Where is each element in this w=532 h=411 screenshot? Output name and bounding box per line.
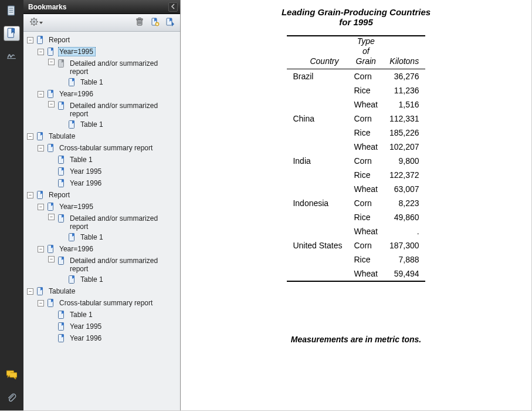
- bookmark-label: Year=1995: [58, 202, 96, 211]
- new-bookmark-button[interactable]: [148, 16, 161, 29]
- bookmark-doc-icon: [67, 78, 77, 87]
- comments-tab-button[interactable]: [4, 367, 20, 382]
- bookmark-doc-icon: [57, 214, 66, 223]
- tree-toggle-spacer: [48, 180, 55, 187]
- tree-toggle[interactable]: −: [38, 246, 44, 252]
- cell-kilotons: 7,888: [384, 252, 425, 267]
- bookmark-doc-icon: [46, 244, 56, 254]
- bookmark-node[interactable]: −Tabulate: [27, 285, 179, 297]
- cell-country: [287, 210, 348, 224]
- bookmark-node[interactable]: Year 1996: [27, 177, 179, 189]
- bookmark-node[interactable]: −Year=1996: [27, 88, 179, 100]
- cell-grain: Wheat: [348, 267, 383, 281]
- bookmark-view-button[interactable]: [164, 16, 177, 29]
- signature-tab-button[interactable]: [4, 48, 20, 63]
- cell-grain: Wheat: [348, 140, 383, 154]
- table-row: Wheat59,494: [287, 267, 425, 281]
- bookmark-node[interactable]: Year 1996: [27, 332, 179, 344]
- bookmark-node[interactable]: −Year=1995: [27, 46, 179, 58]
- table-row: Wheat.: [287, 224, 425, 238]
- cell-grain: Corn: [348, 112, 383, 126]
- bookmark-label: Report: [48, 190, 72, 200]
- tree-toggle[interactable]: −: [27, 192, 33, 198]
- attachments-tab-button[interactable]: [4, 390, 20, 406]
- table-row: Wheat63,007: [287, 182, 425, 196]
- tree-toggle[interactable]: −: [38, 204, 44, 210]
- signature-icon: [6, 50, 17, 62]
- cell-country: [287, 140, 348, 154]
- bookmark-node[interactable]: Table 1: [27, 76, 179, 88]
- bookmark-node[interactable]: −Year=1996: [27, 243, 179, 255]
- bookmark-node[interactable]: −Detailed and/or summarized report: [27, 100, 179, 119]
- tree-toggle-spacer: [48, 169, 55, 175]
- bookmark-doc-icon: [57, 256, 66, 265]
- cell-kilotons: 49,860: [384, 210, 425, 224]
- bookmark-node[interactable]: −Cross-tabular summary report: [27, 142, 179, 154]
- svg-line-13: [36, 24, 38, 25]
- tree-toggle[interactable]: −: [27, 37, 33, 43]
- cell-grain: Wheat: [348, 182, 383, 196]
- cell-country: [287, 83, 348, 97]
- bookmark-node[interactable]: Year 1995: [27, 321, 179, 332]
- cell-kilotons: 102,207: [384, 140, 425, 154]
- bookmark-node[interactable]: Year 1995: [27, 166, 179, 177]
- bookmark-node[interactable]: Table 1: [27, 154, 179, 166]
- bookmark-doc-icon: [57, 322, 66, 331]
- bookmark-label: Year=1996: [58, 89, 96, 99]
- bookmark-node[interactable]: Table 1: [27, 119, 179, 130]
- cell-kilotons: 185,226: [384, 126, 425, 140]
- delete-bookmark-button[interactable]: [133, 16, 146, 29]
- bookmark-node[interactable]: −Cross-tabular summary report: [27, 297, 179, 309]
- bookmark-node[interactable]: −Report: [27, 189, 179, 201]
- tree-toggle[interactable]: −: [38, 145, 44, 151]
- bookmark-options-button[interactable]: [27, 16, 46, 29]
- bookmark-tree[interactable]: −Report−Year=1995−Detailed and/or summar…: [23, 32, 180, 410]
- tree-toggle[interactable]: −: [48, 256, 55, 262]
- bookmark-label: Tabulate: [48, 287, 77, 296]
- page-thumbnails-icon: [6, 5, 17, 18]
- bookmarks-panel: Bookmarks −Report−Year: [23, 0, 181, 410]
- cell-country: [287, 224, 348, 238]
- bookmark-node[interactable]: Table 1: [27, 231, 179, 243]
- bookmark-node[interactable]: −Tabulate: [27, 130, 179, 142]
- bookmark-doc-icon: [46, 143, 56, 153]
- bookmark-node[interactable]: Table 1: [27, 309, 179, 321]
- table-row: ChinaCorn112,331: [287, 112, 425, 126]
- bookmark-doc-icon: [57, 59, 66, 68]
- bookmark-node[interactable]: −Detailed and/or summarized report: [27, 58, 179, 76]
- tree-toggle-spacer: [59, 79, 65, 86]
- cell-country: [287, 97, 348, 112]
- tree-toggle-spacer: [59, 234, 65, 241]
- collapse-panel-button[interactable]: [168, 2, 178, 12]
- tree-toggle[interactable]: −: [48, 59, 55, 65]
- tree-toggle-spacer: [48, 324, 55, 330]
- bookmark-node[interactable]: −Year=1995: [27, 201, 179, 213]
- document-view[interactable]: Leading Grain-Producing Countries for 19…: [181, 0, 531, 410]
- tree-toggle[interactable]: −: [38, 300, 44, 306]
- tree-toggle-spacer: [48, 335, 55, 342]
- bookmark-doc-icon: [46, 202, 56, 211]
- bookmark-node[interactable]: Table 1: [27, 274, 179, 285]
- tree-toggle[interactable]: −: [38, 49, 44, 55]
- app-window: Bookmarks −Report−Year: [0, 0, 532, 411]
- collapse-panel-icon: [170, 3, 176, 11]
- bookmark-node[interactable]: −Detailed and/or summarized report: [27, 255, 179, 274]
- table-row: IndonesiaCorn8,223: [287, 196, 425, 210]
- tree-toggle[interactable]: −: [38, 91, 44, 97]
- tree-toggle[interactable]: −: [27, 133, 33, 140]
- table-row: Rice185,226: [287, 126, 425, 140]
- bookmark-label: Table 1: [79, 233, 106, 242]
- tree-toggle[interactable]: −: [48, 214, 55, 220]
- bookmark-label: Detailed and/or summarized report: [69, 256, 162, 274]
- page-thumbnails-button[interactable]: [4, 4, 20, 19]
- bookmarks-panel-header: Bookmarks: [23, 0, 180, 14]
- tree-toggle[interactable]: −: [48, 101, 55, 107]
- options-gear-icon: [29, 17, 39, 28]
- bookmarks-tab-button[interactable]: [4, 26, 20, 41]
- tree-toggle[interactable]: −: [27, 288, 33, 295]
- bookmark-doc-icon: [57, 333, 66, 343]
- bookmark-node[interactable]: −Detailed and/or summarized report: [27, 213, 179, 231]
- bookmark-doc-icon: [67, 275, 77, 284]
- cell-grain: Rice: [348, 168, 383, 182]
- bookmark-node[interactable]: −Report: [27, 34, 179, 46]
